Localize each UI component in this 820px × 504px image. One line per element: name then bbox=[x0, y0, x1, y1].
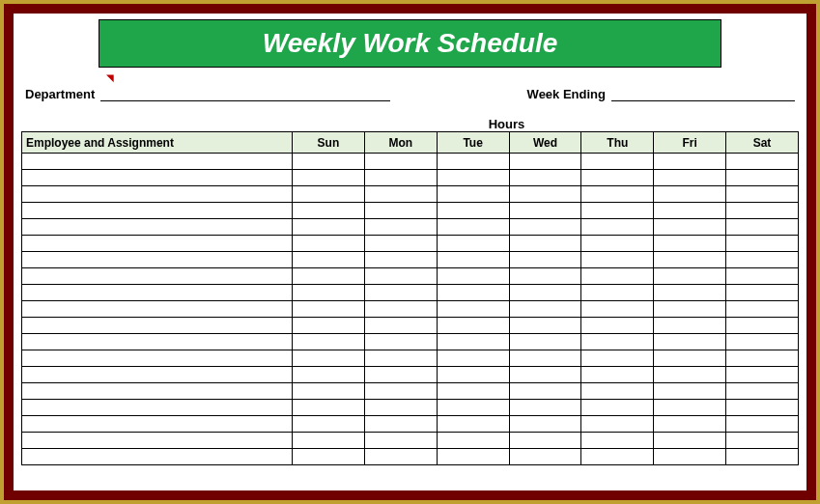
cell-thu bbox=[581, 367, 654, 383]
cell-thu bbox=[581, 154, 654, 170]
cell-fri bbox=[654, 400, 726, 416]
cell-wed bbox=[509, 416, 581, 433]
cell-tue bbox=[437, 383, 509, 400]
table-row bbox=[22, 318, 799, 334]
cell-sat bbox=[726, 301, 799, 318]
cell-employee bbox=[22, 186, 293, 203]
cell-mon bbox=[364, 170, 437, 186]
table-row bbox=[22, 350, 799, 367]
meta-row: Department Week Ending bbox=[21, 83, 799, 107]
cell-sun bbox=[293, 252, 365, 268]
table-row bbox=[22, 367, 799, 383]
cell-mon bbox=[364, 219, 437, 236]
cell-employee bbox=[22, 433, 293, 449]
cell-fri bbox=[654, 318, 726, 334]
cell-thu bbox=[581, 416, 654, 433]
cell-wed bbox=[509, 170, 581, 186]
cell-tue bbox=[437, 350, 509, 367]
cell-sun bbox=[293, 383, 365, 400]
col-fri: Fri bbox=[654, 132, 726, 154]
cell-wed bbox=[509, 236, 581, 252]
table-row bbox=[22, 252, 799, 268]
cell-mon bbox=[364, 350, 437, 367]
cell-fri bbox=[654, 367, 726, 383]
cell-tue bbox=[437, 252, 509, 268]
cell-thu bbox=[581, 285, 654, 301]
cell-mon bbox=[364, 301, 437, 318]
cell-tue bbox=[437, 154, 509, 170]
cell-fri bbox=[654, 203, 726, 219]
hours-group-label: Hours bbox=[21, 117, 799, 131]
cell-mon bbox=[364, 318, 437, 334]
cell-mon bbox=[364, 186, 437, 203]
table-row bbox=[22, 416, 799, 433]
cell-tue bbox=[437, 416, 509, 433]
cell-sat bbox=[726, 219, 799, 236]
cell-wed bbox=[509, 268, 581, 285]
cell-employee bbox=[22, 219, 293, 236]
cell-thu bbox=[581, 334, 654, 350]
cell-sun bbox=[293, 268, 365, 285]
cell-sun bbox=[293, 186, 365, 203]
cell-sun bbox=[293, 334, 365, 350]
cell-sun bbox=[293, 449, 365, 465]
cell-employee bbox=[22, 416, 293, 433]
cell-sun bbox=[293, 318, 365, 334]
cell-sun bbox=[293, 236, 365, 252]
cell-employee bbox=[22, 268, 293, 285]
cell-thu bbox=[581, 383, 654, 400]
cell-sat bbox=[726, 154, 799, 170]
cell-tue bbox=[437, 203, 509, 219]
cell-wed bbox=[509, 367, 581, 383]
week-ending-field: Week Ending bbox=[527, 87, 795, 101]
cell-fri bbox=[654, 252, 726, 268]
cell-sat bbox=[726, 318, 799, 334]
cell-sat bbox=[726, 186, 799, 203]
cell-sun bbox=[293, 433, 365, 449]
week-ending-value bbox=[611, 88, 795, 101]
cell-fri bbox=[654, 186, 726, 203]
cell-wed bbox=[509, 252, 581, 268]
cell-wed bbox=[509, 203, 581, 219]
cell-sat bbox=[726, 285, 799, 301]
page-title: Weekly Work Schedule bbox=[263, 28, 558, 59]
cell-employee bbox=[22, 383, 293, 400]
outer-frame: Weekly Work Schedule ◥ Department Week E… bbox=[4, 4, 816, 500]
table-row bbox=[22, 219, 799, 236]
cell-thu bbox=[581, 186, 654, 203]
cell-sat bbox=[726, 203, 799, 219]
cell-fri bbox=[654, 433, 726, 449]
cell-sat bbox=[726, 416, 799, 433]
cell-wed bbox=[509, 186, 581, 203]
table-row bbox=[22, 334, 799, 350]
cell-wed bbox=[509, 334, 581, 350]
table-row bbox=[22, 301, 799, 318]
col-sun: Sun bbox=[293, 132, 365, 154]
cell-fri bbox=[654, 170, 726, 186]
cell-sun bbox=[293, 301, 365, 318]
cell-fri bbox=[654, 154, 726, 170]
col-tue: Tue bbox=[437, 132, 509, 154]
cell-mon bbox=[364, 416, 437, 433]
cell-tue bbox=[437, 236, 509, 252]
cell-sat bbox=[726, 236, 799, 252]
cell-employee bbox=[22, 318, 293, 334]
cell-wed bbox=[509, 383, 581, 400]
table-row bbox=[22, 154, 799, 170]
cell-sun bbox=[293, 400, 365, 416]
cell-tue bbox=[437, 170, 509, 186]
header-row: Employee and Assignment Sun Mon Tue Wed … bbox=[22, 132, 799, 154]
cell-thu bbox=[581, 318, 654, 334]
cell-wed bbox=[509, 433, 581, 449]
cell-thu bbox=[581, 203, 654, 219]
cell-sun bbox=[293, 416, 365, 433]
cell-thu bbox=[581, 301, 654, 318]
cell-fri bbox=[654, 334, 726, 350]
cell-thu bbox=[581, 350, 654, 367]
department-field: Department bbox=[25, 87, 390, 101]
cell-wed bbox=[509, 301, 581, 318]
cell-thu bbox=[581, 170, 654, 186]
cell-employee bbox=[22, 203, 293, 219]
cell-sat bbox=[726, 400, 799, 416]
col-mon: Mon bbox=[364, 132, 437, 154]
